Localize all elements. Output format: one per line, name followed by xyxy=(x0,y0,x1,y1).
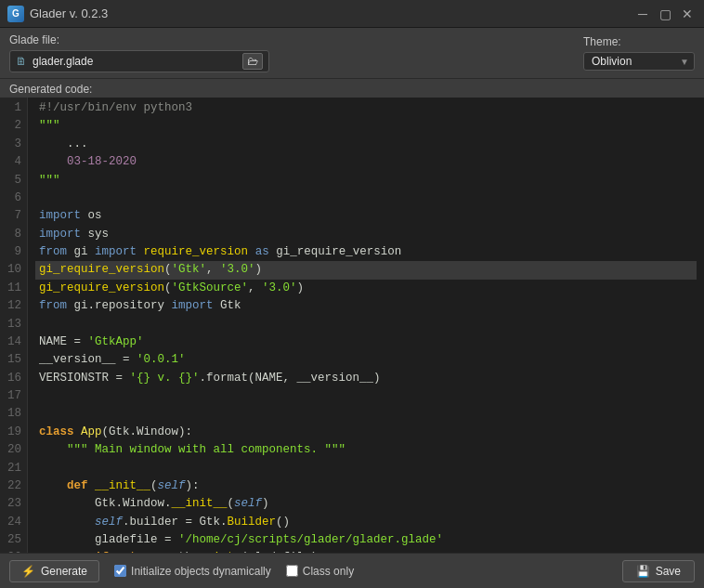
save-icon: 💾 xyxy=(636,565,650,578)
bottombar: ⚡ Generate Initialize objects dynamicall… xyxy=(0,553,704,588)
glade-file-path: glader.glade xyxy=(33,55,237,68)
theme-label: Theme: xyxy=(583,35,621,48)
browse-button[interactable]: 🗁 xyxy=(242,53,263,70)
class-only-checkbox-wrap[interactable]: Class only xyxy=(286,565,354,578)
class-only-label: Class only xyxy=(303,565,354,578)
file-icon: 🗎 xyxy=(16,55,27,68)
theme-select[interactable]: Oblivion Default Tango xyxy=(583,52,695,71)
app-icon: G xyxy=(7,6,24,22)
app-title: Glader v. 0.2.3 xyxy=(30,7,108,20)
theme-select-wrap[interactable]: Oblivion Default Tango xyxy=(583,52,695,71)
class-only-checkbox[interactable] xyxy=(286,565,298,577)
init-dynamic-checkbox-wrap[interactable]: Initialize objects dynamically xyxy=(114,565,271,578)
maximize-button[interactable]: ▢ xyxy=(656,5,674,23)
generated-code-label: Generated code: xyxy=(0,79,704,98)
header: Glade file: 🗎 glader.glade 🗁 Theme: Obli… xyxy=(0,28,704,79)
generate-icon: ⚡ xyxy=(21,565,35,578)
minimize-button[interactable]: ─ xyxy=(633,5,652,23)
init-dynamic-checkbox[interactable] xyxy=(114,565,126,577)
line-numbers: 12345 678910 1112131415 1617181920 21222… xyxy=(0,98,28,553)
generate-label: Generate xyxy=(41,565,87,578)
titlebar-controls: ─ ▢ ✕ xyxy=(633,5,697,23)
init-dynamic-label: Initialize objects dynamically xyxy=(131,565,271,578)
header-right: Theme: Oblivion Default Tango xyxy=(583,35,695,71)
code-editor[interactable]: #!/usr/bin/env python3""" ... 03-18-2020… xyxy=(28,98,704,553)
close-button[interactable]: ✕ xyxy=(678,5,697,23)
glade-file-label: Glade file: xyxy=(9,33,269,46)
titlebar-left: G Glader v. 0.2.3 xyxy=(7,6,108,22)
code-container: 12345 678910 1112131415 1617181920 21222… xyxy=(0,98,704,553)
titlebar: G Glader v. 0.2.3 ─ ▢ ✕ xyxy=(0,0,704,28)
save-label: Save xyxy=(656,565,681,578)
header-left: Glade file: 🗎 glader.glade 🗁 xyxy=(9,33,269,72)
save-button[interactable]: 💾 Save xyxy=(622,560,695,582)
generate-button[interactable]: ⚡ Generate xyxy=(9,560,99,582)
glade-file-input[interactable]: 🗎 glader.glade 🗁 xyxy=(9,50,269,72)
